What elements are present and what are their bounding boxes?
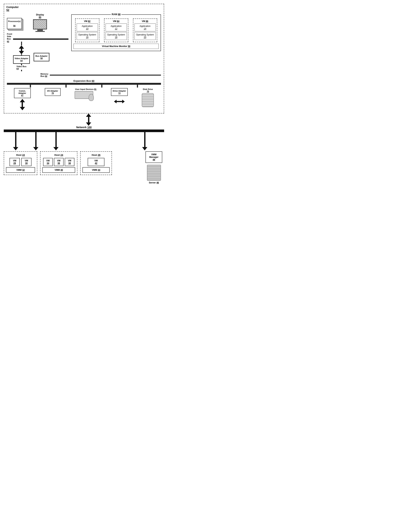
vm-38: VM 38 [65,158,75,166]
memory-bus-label: MemoryBus 66 [41,73,48,77]
video-display-arrow [19,45,24,54]
arrow-host-22 [13,132,18,150]
vmm-32: VMM 32 [6,167,35,173]
vmm-manager-box: VMM Manager 48 [145,151,162,163]
user-input-section: User Input Devices 81 [75,88,97,103]
disk-drive-section: Disk Drive 70 [142,88,154,107]
host-24-vms: VM 34 VM 36 VM 38 [42,158,75,166]
vm-84-box: VM 84 Application 12 Operating System 18 [104,19,128,42]
server-section: Server 46 [147,165,161,184]
host-24-box: Host 24 VM 34 VM 36 VM 38 VMM 40 [40,151,77,175]
network-label: Network 100 [4,126,164,129]
arrow-host-24 [33,132,38,150]
computer-label: Computer 52 [6,6,19,11]
app-12-box: Application 12 [106,23,127,31]
host-24-label: Host 24 [42,154,75,156]
bus-adapter-box: Bus Adapter 58 [33,53,49,61]
app-10-box: Application 10 [77,23,98,31]
disk-cylinder [142,93,154,107]
host-26-label: Host 26 [82,154,110,156]
arrow-server [142,132,147,150]
display-label: Display 80 [36,13,44,19]
comm-network-arrow [13,113,164,126]
ram-section: RAM 68 VM 82 Application 10 [71,13,161,71]
drive-disk-arrow [114,100,125,103]
server-cylinder [147,165,161,181]
host-22-vms: VM 28 VM 30 [6,158,35,166]
network-section: Network 100 [4,126,164,132]
host-26-box: Host 26 VM 42 VMM 44 [80,151,112,175]
server-label: Server 46 [149,181,159,184]
host-22-label: Host 22 [6,154,35,156]
expansion-bus-label: Expansion Bus 60 [7,79,161,82]
diagram: Computer 52 Processor(s) 56 [4,4,164,184]
vm-86-box: VM 86 Application 14 Operating System 20 [133,19,157,42]
io-adapter-box: I/O Adapter 78 [45,88,61,96]
ram-label: RAM 68 [111,13,122,16]
vm-82-box: VM 82 Application 10 Operating System 16 [75,19,99,42]
vm-82-title: VM 82 [77,20,98,22]
vmm-44: VMM 44 [82,167,110,173]
monitor [33,19,47,30]
vm-34: VM 34 [43,158,53,166]
host-22-box: Host 22 VM 28 VM 30 VMM 32 [4,151,37,175]
drive-adapter-box: Drive Adapter 72 [111,88,128,96]
vm-42: VM 42 [88,158,104,166]
arrow-host-26 [53,132,59,150]
keyboard-mouse [75,91,97,103]
fsb-label: FrontSideBus62 [7,33,12,43]
vm-30: VM 30 [21,158,32,166]
processor-box: Processor(s) 56 [7,18,22,29]
app-14-box: Application 14 [134,23,156,31]
user-input-label: User Input Devices 81 [75,88,97,90]
host-26-vms: VM 42 [82,158,110,166]
video-adapter-box: Video Adapter 54 [13,55,30,64]
drive-adapter-section: Drive Adapter 72 [111,88,128,103]
vm-84-title: VM 84 [106,20,127,22]
os-18-box: Operating System 18 [106,32,127,40]
io-adapter-section: I/O Adapter 78 [45,88,61,96]
computer-box: Computer 52 Processor(s) 56 [4,4,164,113]
vmm-bar: Virtual Machine Monitor 50 [74,44,159,49]
comm-adapter-section: Comm. Adapter 67 [14,88,31,110]
video-bus-label: Video Bus 64 [16,65,26,70]
vm-36: VM 36 [54,158,64,166]
comm-adapter-box: Comm. Adapter 67 [14,88,31,98]
os-16-box: Operating System 16 [77,32,98,40]
os-20-box: Operating System 20 [134,32,156,40]
comm-arrow [20,99,25,110]
vmm-40: VMM 40 [42,167,75,173]
vm-28: VM 28 [10,158,20,166]
disk-drive-label: Disk Drive 70 [143,88,153,93]
vm-86-title: VM 86 [134,20,156,22]
expansion-bus-section: Expansion Bus 60 [7,79,161,85]
